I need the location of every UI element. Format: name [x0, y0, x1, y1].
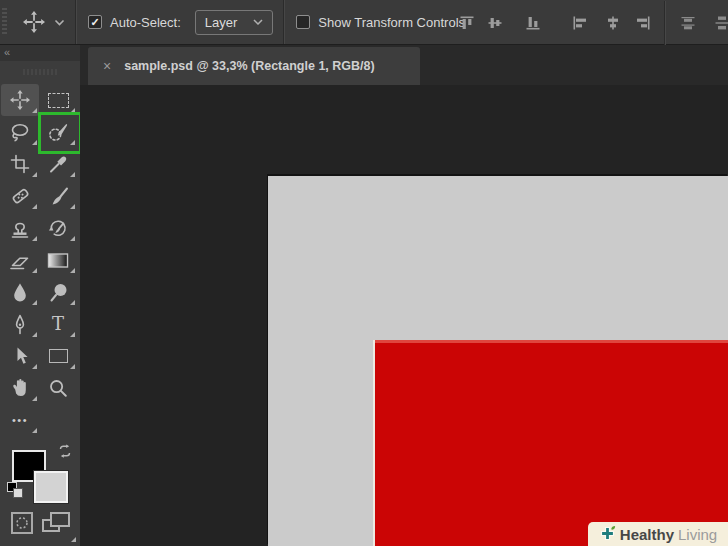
- lasso-tool[interactable]: [1, 116, 39, 148]
- options-bar-grip[interactable]: [2, 8, 7, 36]
- healthy-living-logo-icon: [599, 525, 617, 543]
- show-transform-checkbox[interactable]: [296, 15, 310, 29]
- quick-mask-icon: [14, 515, 30, 531]
- tools-panel-grip[interactable]: [23, 69, 57, 75]
- watermark-brand-primary: Healthy: [620, 526, 674, 543]
- edit-toolbar-more-tool[interactable]: •••: [1, 404, 39, 436]
- rectangle-icon: [49, 349, 68, 363]
- path-selection-tool[interactable]: [1, 340, 39, 372]
- ellipsis-icon: •••: [12, 414, 28, 426]
- align-bottom-edges-button[interactable]: [522, 14, 544, 32]
- align-right-edges-button[interactable]: [632, 14, 654, 32]
- pen-nib-icon: [10, 314, 30, 335]
- align-vertical-centers-button[interactable]: [484, 14, 506, 32]
- distribute-vertical-centers-button[interactable]: [711, 14, 728, 32]
- type-icon: T: [52, 315, 64, 333]
- swap-colors-icon[interactable]: [58, 444, 72, 459]
- watermark-brand-secondary: Living: [678, 526, 717, 543]
- gradient-tool[interactable]: [39, 244, 77, 276]
- tools-grid: T •••: [1, 84, 79, 436]
- rectangular-marquee-tool[interactable]: [39, 84, 77, 116]
- document-tab-title: sample.psd @ 33,3% (Rectangle 1, RGB/8): [124, 59, 374, 73]
- gradient-icon: [47, 252, 69, 269]
- distribute-top-edges-button[interactable]: [677, 14, 699, 32]
- active-tool-preview[interactable]: [23, 11, 45, 33]
- auto-select-label: Auto-Select:: [110, 15, 181, 30]
- history-brush-tool[interactable]: [39, 212, 77, 244]
- separator: [664, 1, 665, 45]
- document-tab-strip: × sample.psd @ 33,3% (Rectangle 1, RGB/8…: [80, 45, 728, 85]
- tools-panel: «: [0, 45, 80, 546]
- type-tool[interactable]: T: [39, 308, 77, 340]
- document-tab[interactable]: × sample.psd @ 33,3% (Rectangle 1, RGB/8…: [88, 47, 420, 85]
- eraser-icon: [9, 250, 31, 271]
- screen-mode-front-rect: [50, 512, 70, 527]
- options-bar: ✓ Auto-Select: Layer Show Transform Cont…: [0, 0, 728, 45]
- spot-healing-brush-tool[interactable]: [1, 180, 39, 212]
- rectangle-shape-tool[interactable]: [39, 340, 77, 372]
- chevron-down-icon: [253, 19, 263, 25]
- rectangle-1-shape[interactable]: [373, 340, 728, 546]
- water-drop-icon: [10, 282, 30, 303]
- empty-cell: [39, 404, 77, 436]
- auto-select-target-dropdown[interactable]: Layer: [195, 10, 274, 35]
- crop-tool[interactable]: [1, 148, 39, 180]
- pasteboard[interactable]: Healthy Living: [80, 85, 728, 546]
- blur-tool[interactable]: [1, 276, 39, 308]
- marquee-icon: [48, 93, 69, 108]
- screen-mode-button[interactable]: [42, 512, 74, 538]
- clone-stamp-icon: [9, 217, 31, 239]
- brush-icon: [47, 185, 69, 207]
- selection-arrow-icon: [10, 346, 30, 366]
- hand-icon: [9, 377, 31, 399]
- clone-stamp-tool[interactable]: [1, 212, 39, 244]
- brush-tool[interactable]: [39, 180, 77, 212]
- background-color-swatch[interactable]: [34, 471, 68, 503]
- alignment-buttons: [456, 0, 728, 45]
- dodge-tool[interactable]: [39, 276, 77, 308]
- crop-icon: [10, 154, 30, 174]
- eyedropper-icon: [48, 154, 68, 174]
- history-brush-icon: [47, 217, 69, 239]
- lasso-icon: [9, 122, 31, 143]
- eyedropper-tool[interactable]: [39, 148, 77, 180]
- tools-panel-header[interactable]: «: [0, 45, 80, 61]
- healthy-living-watermark: Healthy Living: [588, 522, 728, 546]
- tool-preset-chevron-icon[interactable]: [54, 19, 65, 26]
- separator: [283, 0, 284, 44]
- default-colors-icon[interactable]: [7, 482, 25, 500]
- eraser-tool[interactable]: [1, 244, 39, 276]
- auto-select-checkbox[interactable]: ✓: [88, 15, 102, 29]
- healing-patch-icon: [9, 185, 32, 207]
- dodge-lollipop-icon: [48, 282, 69, 303]
- separator: [75, 0, 76, 44]
- quick-selection-tool[interactable]: [39, 116, 77, 148]
- align-left-edges-button[interactable]: [569, 14, 591, 32]
- hand-tool[interactable]: [1, 372, 39, 404]
- dropdown-value: Layer: [205, 15, 238, 30]
- quick-mask-button[interactable]: [11, 512, 33, 534]
- zoom-tool[interactable]: [39, 372, 77, 404]
- show-transform-label: Show Transform Controls: [318, 15, 465, 30]
- align-top-edges-button[interactable]: [456, 14, 478, 32]
- move-icon: [23, 11, 45, 33]
- move-icon: [10, 90, 30, 110]
- quick-selection-icon: [47, 121, 69, 143]
- color-swatches: [10, 444, 72, 506]
- align-horizontal-centers-button[interactable]: [602, 14, 624, 32]
- magnifier-icon: [48, 378, 68, 398]
- mini-white-swatch: [13, 488, 23, 498]
- close-tab-icon[interactable]: ×: [103, 59, 111, 73]
- pen-tool[interactable]: [1, 308, 39, 340]
- move-tool[interactable]: [1, 84, 39, 116]
